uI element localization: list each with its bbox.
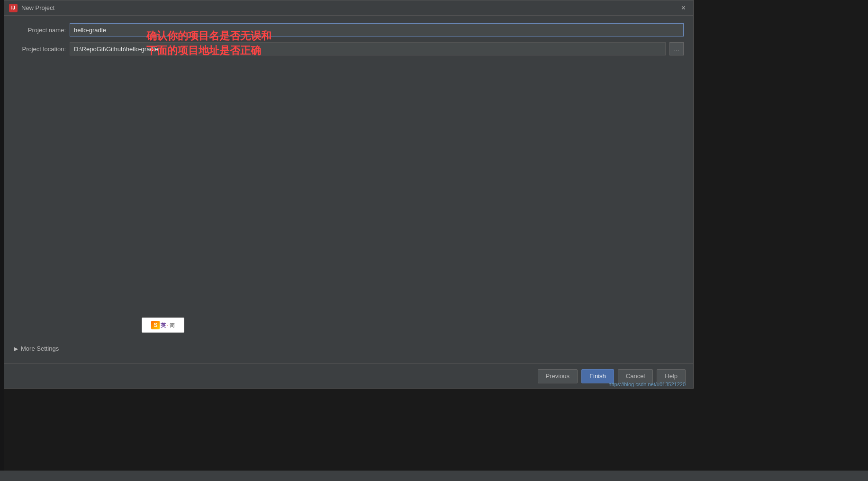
more-settings-arrow-icon: ▶ bbox=[14, 345, 18, 352]
ime-dot: · bbox=[167, 322, 168, 328]
finish-button[interactable]: Finish bbox=[581, 369, 614, 383]
project-location-input[interactable] bbox=[70, 42, 666, 55]
footer-url: https://blog.csdn.net/u013521220 bbox=[608, 381, 686, 387]
project-name-row: Project name: bbox=[14, 23, 684, 36]
dialog-title: New Project bbox=[21, 4, 54, 11]
intellij-logo: IJ bbox=[9, 4, 18, 12]
browse-button[interactable]: ... bbox=[669, 42, 684, 55]
more-settings-section[interactable]: ▶ More Settings bbox=[14, 341, 684, 356]
ime-logo: S bbox=[151, 321, 160, 329]
more-settings-label[interactable]: More Settings bbox=[21, 345, 59, 352]
ime-text-simple: 简 bbox=[170, 322, 175, 329]
title-bar-left: IJ New Project bbox=[9, 4, 54, 12]
help-button[interactable]: Help bbox=[657, 369, 686, 383]
project-name-input[interactable] bbox=[70, 23, 684, 36]
ime-input-badge: S 英 · 简 bbox=[142, 318, 184, 333]
dialog-main-area bbox=[14, 61, 684, 336]
new-project-dialog: IJ New Project × Project name: Project l… bbox=[4, 0, 694, 389]
project-name-label: Project name: bbox=[14, 27, 66, 34]
dialog-content: Project name: Project location: ... 确认你的… bbox=[4, 16, 693, 363]
dialog-footer: Previous Finish Cancel Help https://blog… bbox=[4, 363, 693, 388]
project-location-row: Project location: ... bbox=[14, 42, 684, 55]
project-location-label: Project location: bbox=[14, 45, 66, 53]
previous-button[interactable]: Previous bbox=[538, 369, 578, 383]
ime-text-eng: 英 bbox=[161, 322, 166, 329]
close-button[interactable]: × bbox=[678, 3, 688, 13]
cancel-button[interactable]: Cancel bbox=[618, 369, 653, 383]
title-bar: IJ New Project × bbox=[4, 0, 693, 16]
status-bar bbox=[0, 471, 868, 481]
